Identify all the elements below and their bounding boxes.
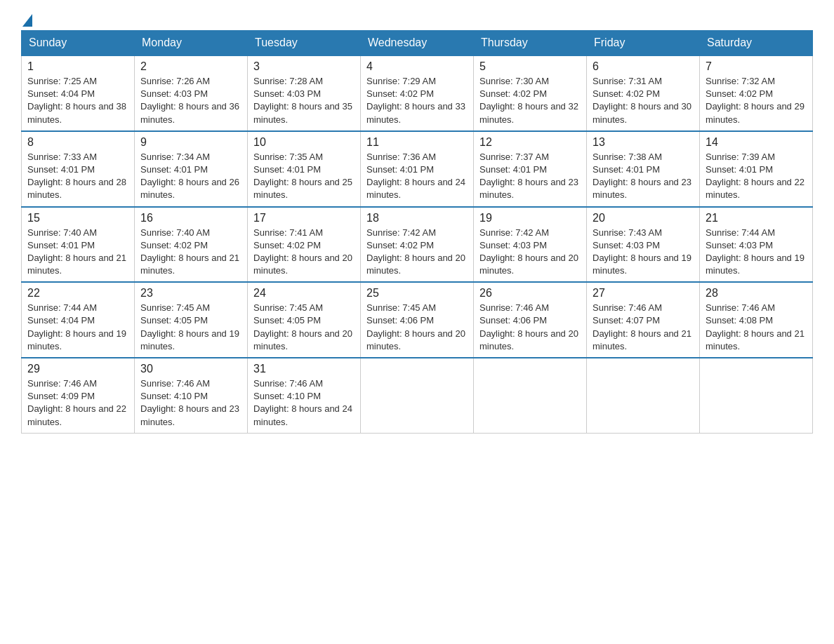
day-number: 30	[140, 363, 241, 375]
calendar-cell: 7 Sunrise: 7:32 AMSunset: 4:02 PMDayligh…	[700, 55, 813, 131]
calendar-cell: 15 Sunrise: 7:40 AMSunset: 4:01 PMDaylig…	[22, 207, 135, 283]
day-info: Sunrise: 7:41 AMSunset: 4:02 PMDaylight:…	[253, 227, 355, 278]
calendar-week-row: 1 Sunrise: 7:25 AMSunset: 4:04 PMDayligh…	[22, 55, 813, 131]
day-number: 17	[253, 212, 355, 224]
day-number: 18	[366, 212, 468, 224]
day-info: Sunrise: 7:36 AMSunset: 4:01 PMDaylight:…	[366, 151, 468, 202]
day-number: 31	[253, 363, 355, 375]
day-info: Sunrise: 7:39 AMSunset: 4:01 PMDaylight:…	[706, 151, 807, 202]
calendar-cell: 29 Sunrise: 7:46 AMSunset: 4:09 PMDaylig…	[22, 358, 135, 433]
calendar-cell: 8 Sunrise: 7:33 AMSunset: 4:01 PMDayligh…	[22, 131, 135, 207]
calendar-week-row: 29 Sunrise: 7:46 AMSunset: 4:09 PMDaylig…	[22, 358, 813, 433]
calendar-cell: 22 Sunrise: 7:44 AMSunset: 4:04 PMDaylig…	[22, 282, 135, 358]
day-info: Sunrise: 7:40 AMSunset: 4:02 PMDaylight:…	[140, 227, 241, 278]
day-number: 6	[593, 60, 694, 73]
calendar-cell: 11 Sunrise: 7:36 AMSunset: 4:01 PMDaylig…	[361, 131, 474, 207]
day-info: Sunrise: 7:45 AMSunset: 4:05 PMDaylight:…	[253, 302, 355, 353]
calendar-cell: 21 Sunrise: 7:44 AMSunset: 4:03 PMDaylig…	[700, 207, 813, 283]
day-number: 22	[27, 287, 128, 300]
calendar-cell: 9 Sunrise: 7:34 AMSunset: 4:01 PMDayligh…	[135, 131, 248, 207]
calendar-table: SundayMondayTuesdayWednesdayThursdayFrid…	[21, 30, 813, 434]
calendar-cell	[474, 358, 587, 433]
day-info: Sunrise: 7:44 AMSunset: 4:03 PMDaylight:…	[706, 227, 807, 278]
day-number: 16	[140, 212, 241, 224]
day-info: Sunrise: 7:38 AMSunset: 4:01 PMDaylight:…	[593, 151, 694, 202]
calendar-cell: 12 Sunrise: 7:37 AMSunset: 4:01 PMDaylig…	[474, 131, 587, 207]
calendar-cell	[361, 358, 474, 433]
calendar-cell: 6 Sunrise: 7:31 AMSunset: 4:02 PMDayligh…	[587, 55, 700, 131]
col-header-thursday: Thursday	[474, 31, 587, 56]
day-number: 14	[706, 136, 807, 149]
day-info: Sunrise: 7:45 AMSunset: 4:06 PMDaylight:…	[366, 302, 468, 353]
calendar-cell: 1 Sunrise: 7:25 AMSunset: 4:04 PMDayligh…	[22, 55, 135, 131]
day-number: 21	[706, 212, 807, 224]
day-info: Sunrise: 7:25 AMSunset: 4:04 PMDaylight:…	[27, 75, 128, 126]
day-number: 8	[27, 136, 128, 149]
col-header-friday: Friday	[587, 31, 700, 56]
logo-triangle-icon	[22, 14, 32, 27]
day-number: 7	[706, 60, 807, 73]
day-info: Sunrise: 7:28 AMSunset: 4:03 PMDaylight:…	[253, 75, 355, 126]
day-number: 24	[253, 287, 355, 300]
day-number: 10	[253, 136, 355, 149]
calendar-week-row: 8 Sunrise: 7:33 AMSunset: 4:01 PMDayligh…	[22, 131, 813, 207]
day-info: Sunrise: 7:46 AMSunset: 4:10 PMDaylight:…	[253, 377, 355, 429]
day-number: 5	[479, 60, 581, 73]
day-number: 12	[479, 136, 581, 149]
calendar-week-row: 15 Sunrise: 7:40 AMSunset: 4:01 PMDaylig…	[22, 207, 813, 283]
calendar-cell: 10 Sunrise: 7:35 AMSunset: 4:01 PMDaylig…	[248, 131, 361, 207]
calendar-header-row: SundayMondayTuesdayWednesdayThursdayFrid…	[22, 31, 813, 56]
calendar-cell: 4 Sunrise: 7:29 AMSunset: 4:02 PMDayligh…	[361, 55, 474, 131]
day-info: Sunrise: 7:30 AMSunset: 4:02 PMDaylight:…	[479, 75, 581, 126]
day-number: 3	[253, 60, 355, 73]
calendar-cell: 28 Sunrise: 7:46 AMSunset: 4:08 PMDaylig…	[700, 282, 813, 358]
day-info: Sunrise: 7:46 AMSunset: 4:07 PMDaylight:…	[593, 302, 694, 353]
calendar-cell: 24 Sunrise: 7:45 AMSunset: 4:05 PMDaylig…	[248, 282, 361, 358]
day-info: Sunrise: 7:42 AMSunset: 4:03 PMDaylight:…	[479, 227, 581, 278]
day-info: Sunrise: 7:42 AMSunset: 4:02 PMDaylight:…	[366, 227, 468, 278]
day-info: Sunrise: 7:40 AMSunset: 4:01 PMDaylight:…	[27, 227, 128, 278]
day-info: Sunrise: 7:43 AMSunset: 4:03 PMDaylight:…	[593, 227, 694, 278]
day-info: Sunrise: 7:26 AMSunset: 4:03 PMDaylight:…	[140, 75, 241, 126]
col-header-saturday: Saturday	[700, 31, 813, 56]
logo	[21, 14, 34, 23]
day-number: 1	[27, 60, 128, 73]
day-number: 25	[366, 287, 468, 300]
col-header-tuesday: Tuesday	[248, 31, 361, 56]
day-number: 26	[479, 287, 581, 300]
calendar-cell: 31 Sunrise: 7:46 AMSunset: 4:10 PMDaylig…	[248, 358, 361, 433]
calendar-cell: 25 Sunrise: 7:45 AMSunset: 4:06 PMDaylig…	[361, 282, 474, 358]
calendar-cell: 27 Sunrise: 7:46 AMSunset: 4:07 PMDaylig…	[587, 282, 700, 358]
day-info: Sunrise: 7:31 AMSunset: 4:02 PMDaylight:…	[593, 75, 694, 126]
day-info: Sunrise: 7:44 AMSunset: 4:04 PMDaylight:…	[27, 302, 128, 353]
calendar-cell: 17 Sunrise: 7:41 AMSunset: 4:02 PMDaylig…	[248, 207, 361, 283]
day-number: 4	[366, 60, 468, 73]
day-number: 2	[140, 60, 241, 73]
day-info: Sunrise: 7:35 AMSunset: 4:01 PMDaylight:…	[253, 151, 355, 202]
day-info: Sunrise: 7:46 AMSunset: 4:06 PMDaylight:…	[479, 302, 581, 353]
day-number: 11	[366, 136, 468, 149]
calendar-cell: 3 Sunrise: 7:28 AMSunset: 4:03 PMDayligh…	[248, 55, 361, 131]
day-info: Sunrise: 7:37 AMSunset: 4:01 PMDaylight:…	[479, 151, 581, 202]
calendar-cell: 14 Sunrise: 7:39 AMSunset: 4:01 PMDaylig…	[700, 131, 813, 207]
day-info: Sunrise: 7:32 AMSunset: 4:02 PMDaylight:…	[706, 75, 807, 126]
calendar-cell: 20 Sunrise: 7:43 AMSunset: 4:03 PMDaylig…	[587, 207, 700, 283]
calendar-cell	[700, 358, 813, 433]
calendar-cell: 18 Sunrise: 7:42 AMSunset: 4:02 PMDaylig…	[361, 207, 474, 283]
calendar-cell: 30 Sunrise: 7:46 AMSunset: 4:10 PMDaylig…	[135, 358, 248, 433]
calendar-cell: 13 Sunrise: 7:38 AMSunset: 4:01 PMDaylig…	[587, 131, 700, 207]
day-info: Sunrise: 7:34 AMSunset: 4:01 PMDaylight:…	[140, 151, 241, 202]
day-number: 13	[593, 136, 694, 149]
calendar-cell: 23 Sunrise: 7:45 AMSunset: 4:05 PMDaylig…	[135, 282, 248, 358]
day-number: 23	[140, 287, 241, 300]
calendar-week-row: 22 Sunrise: 7:44 AMSunset: 4:04 PMDaylig…	[22, 282, 813, 358]
day-number: 19	[479, 212, 581, 224]
page-header	[21, 14, 813, 23]
day-number: 15	[27, 212, 128, 224]
col-header-wednesday: Wednesday	[361, 31, 474, 56]
calendar-cell: 5 Sunrise: 7:30 AMSunset: 4:02 PMDayligh…	[474, 55, 587, 131]
logo-text	[21, 14, 34, 27]
day-info: Sunrise: 7:46 AMSunset: 4:08 PMDaylight:…	[706, 302, 807, 353]
day-info: Sunrise: 7:29 AMSunset: 4:02 PMDaylight:…	[366, 75, 468, 126]
day-number: 20	[593, 212, 694, 224]
